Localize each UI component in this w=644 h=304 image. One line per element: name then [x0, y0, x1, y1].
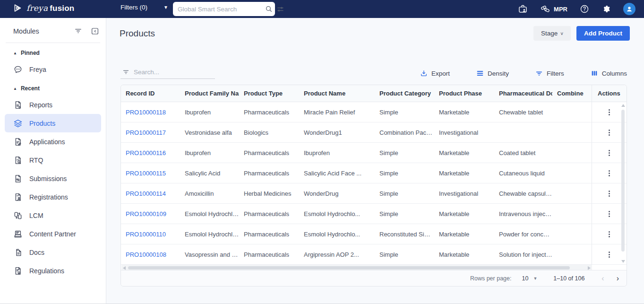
- sidebar-item-docs[interactable]: Docs: [5, 243, 101, 261]
- kebab-icon: [609, 130, 610, 136]
- search-icon[interactable]: [265, 5, 273, 13]
- vertical-scrollbar[interactable]: [621, 104, 625, 263]
- cell-type: Pharmaceuticals: [239, 170, 299, 177]
- table-row: PRO10000109Esmolol Hydrochlo...Pharmaceu…: [121, 204, 627, 224]
- user-avatar[interactable]: [623, 3, 635, 15]
- cell-phase: Investigational: [434, 129, 494, 136]
- help-icon[interactable]: [580, 4, 589, 14]
- table-header-row: Record IDProduct Family NameProduct Type…: [121, 85, 627, 102]
- sidebar-item-reports[interactable]: Reports: [5, 96, 101, 114]
- cell-category: Simple: [375, 149, 434, 156]
- cell-category: Combination Packa...: [375, 129, 434, 136]
- filters-button[interactable]: Filters: [535, 69, 564, 77]
- kebab-icon: [609, 150, 610, 156]
- cell-family: Vestronidase alfa: [180, 129, 239, 136]
- columns-icon: [591, 69, 598, 77]
- docs-icon: [13, 248, 23, 257]
- sidebar-item-rtq[interactable]: RTQ: [5, 151, 101, 169]
- sidebar-item-regulations[interactable]: Regulations: [5, 261, 101, 280]
- sidebar-item-lcm[interactable]: LCM: [5, 206, 101, 225]
- recent-section-toggle[interactable]: ▲ Recent: [0, 85, 106, 92]
- cell-type: Pharmaceuticals: [239, 231, 299, 238]
- pinned-section-toggle[interactable]: ▲ Pinned: [0, 50, 106, 56]
- add-product-button[interactable]: Add Product: [576, 26, 630, 41]
- portfolio-icon[interactable]: [518, 4, 528, 14]
- scroll-right-icon[interactable]: [588, 266, 591, 270]
- kebab-icon: [609, 191, 610, 197]
- modules-sidebar: Modules ▲ Pinned Freya ▲ Recent ReportsP…: [0, 18, 106, 304]
- table-row: PRO10000117Vestronidase alfaBiologicsWon…: [121, 122, 627, 143]
- column-header-dosage[interactable]: Pharmaceutical Dos...: [494, 90, 552, 97]
- stage-dropdown-button[interactable]: Stage˅: [533, 26, 571, 41]
- cell-category: Simple: [375, 190, 434, 197]
- scroll-left-icon[interactable]: [123, 266, 126, 270]
- cell-category: Simple: [375, 109, 434, 116]
- table-row: PRO10000116IbuprofenPharmaceuticalsIbupr…: [121, 143, 627, 163]
- table-search: [120, 68, 215, 79]
- sidebar-item-content-partner[interactable]: Content Partner: [5, 225, 101, 243]
- sidebar-item-applications[interactable]: Applications: [5, 132, 101, 151]
- previous-page-button[interactable]: ‹: [601, 274, 604, 283]
- table-row: PRO10000114AmoxicillinHerbal MedicinesWo…: [121, 183, 627, 204]
- chat-icon: [13, 65, 23, 74]
- cell-phase: Marketable: [434, 210, 494, 217]
- sidebar-item-label: Products: [29, 120, 55, 127]
- cell-name: Salicylic Acid Face ...: [299, 170, 375, 177]
- scroll-up-icon[interactable]: [621, 104, 625, 107]
- rows-per-page-value[interactable]: 10: [522, 275, 528, 282]
- mpr-button[interactable]: MPR: [540, 4, 567, 14]
- horizontal-scroll-thumb[interactable]: [128, 266, 570, 269]
- columns-button[interactable]: Columns: [591, 69, 627, 77]
- record-id-link[interactable]: PRO10000110: [121, 231, 180, 238]
- table-row: PRO10000110Esmolol Hydrochlo...Pharmaceu…: [121, 224, 627, 244]
- table-search-input[interactable]: [134, 69, 205, 76]
- column-header-name[interactable]: Product Name: [299, 90, 375, 97]
- sidebar-item-label: Applications: [29, 138, 65, 146]
- next-page-button[interactable]: ›: [617, 274, 619, 283]
- rows-per-page-caret-icon[interactable]: ▼: [533, 276, 537, 281]
- settings-gear-icon[interactable]: [601, 4, 611, 14]
- sidebar-item-registrations[interactable]: Registrations: [5, 188, 101, 206]
- sidebar-item-freya[interactable]: Freya: [5, 60, 101, 78]
- column-header-record_id[interactable]: Record ID: [121, 90, 180, 97]
- density-button[interactable]: Density: [476, 69, 509, 77]
- kebab-icon: [609, 170, 610, 176]
- sidebar-item-submissions[interactable]: Submissions: [5, 169, 101, 188]
- column-header-phase[interactable]: Product Phase: [434, 90, 494, 97]
- sidebar-title: Modules: [13, 27, 74, 35]
- global-filters-button[interactable]: Filters (0) ▼: [120, 4, 168, 11]
- cell-name: Ibuprofen: [299, 149, 375, 156]
- column-header-type[interactable]: Product Type: [239, 90, 299, 97]
- scroll-down-icon[interactable]: [621, 260, 625, 263]
- advanced-search-icon[interactable]: [276, 5, 284, 13]
- sidebar-collapse-icon[interactable]: [91, 27, 99, 35]
- record-id-link[interactable]: PRO10000115: [121, 170, 180, 177]
- record-id-link[interactable]: PRO10000118: [121, 109, 180, 116]
- sidebar-filter-icon[interactable]: [74, 27, 82, 35]
- column-header-category[interactable]: Product Category: [375, 90, 434, 97]
- main-content: Products Stage˅ Add Product Export: [106, 18, 644, 304]
- sidebar-item-label: Regulations: [29, 267, 64, 275]
- global-search-input[interactable]: [178, 6, 261, 13]
- cell-dosage: Solution for injection: [494, 251, 552, 258]
- record-id-link[interactable]: PRO10000109: [121, 210, 180, 217]
- record-id-link[interactable]: PRO10000114: [121, 190, 180, 197]
- export-button[interactable]: Export: [420, 69, 450, 77]
- cell-phase: Investigational: [434, 190, 494, 197]
- cell-phase: Marketable: [434, 109, 494, 116]
- sidebar-item-products[interactable]: Products: [5, 114, 101, 132]
- vertical-scroll-thumb[interactable]: [621, 110, 625, 252]
- cell-family: Vasopressin and a...: [180, 251, 239, 258]
- cell-family: Ibuprofen: [180, 109, 239, 116]
- cell-type: Pharmaceuticals: [239, 149, 299, 156]
- report-icon: [13, 100, 23, 110]
- record-id-link[interactable]: PRO10000117: [121, 129, 180, 136]
- record-id-link[interactable]: PRO10000108: [121, 251, 180, 258]
- cell-dosage: Chewable tablet: [494, 109, 552, 116]
- column-header-family[interactable]: Product Family Name: [180, 90, 239, 97]
- record-id-link[interactable]: PRO10000116: [121, 149, 180, 156]
- pagination-bar: Rows per page: 10 ▼ 1–10 of 106 ‹ ›: [121, 270, 627, 286]
- cell-phase: Marketable: [434, 170, 494, 177]
- application-icon: [13, 137, 23, 147]
- layers-icon: [13, 119, 23, 128]
